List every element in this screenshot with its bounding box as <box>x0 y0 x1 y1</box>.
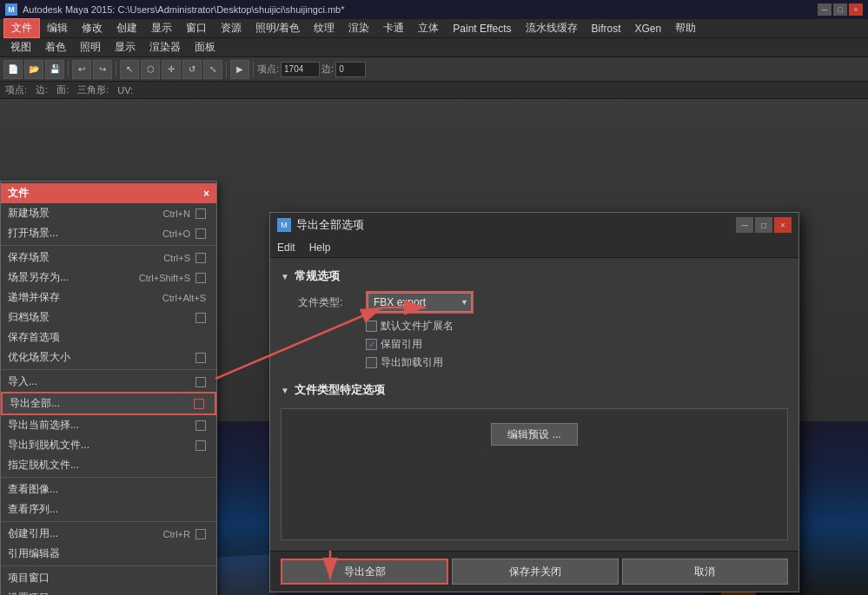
file-assign-offline[interactable]: 指定脱机文件... <box>1 455 216 475</box>
status-face: 面: <box>56 83 69 96</box>
window-title: Autodesk Maya 2015: C:\Users\Administrat… <box>23 4 818 15</box>
file-project-window[interactable]: 项目窗口 <box>1 568 216 588</box>
menu-item-stereo[interactable]: 立体 <box>411 19 446 37</box>
secondary-menu-bar: 视图 着色 照明 显示 渲染器 面板 <box>0 38 868 57</box>
maximize-button[interactable]: □ <box>833 3 847 16</box>
file-optimize-scene[interactable]: 优化场景大小 <box>1 347 216 367</box>
file-dropdown-title: 文件 <box>8 186 29 201</box>
menu2-item-panels[interactable]: 面板 <box>188 38 222 56</box>
toolbar-select[interactable]: ↖ <box>120 60 139 79</box>
close-button[interactable]: × <box>849 3 863 16</box>
toolbar-save[interactable]: 💾 <box>45 60 64 79</box>
dialog-menu-help[interactable]: Help <box>309 241 331 254</box>
file-set-project[interactable]: 设置项目... <box>1 588 216 595</box>
section2-header: ▼ 文件类型特定选项 <box>281 382 788 398</box>
toolbar-open[interactable]: 📂 <box>24 60 43 79</box>
menu2-item-lighting[interactable]: 照明 <box>73 38 108 56</box>
menu-item-xgen[interactable]: XGen <box>628 21 669 36</box>
menu-item-lighting[interactable]: 照明/着色 <box>248 19 307 37</box>
file-open-scene[interactable]: 打开场景... Ctrl+O <box>1 223 216 243</box>
export-all-button[interactable]: 导出全部 <box>281 559 448 585</box>
menu2-item-show[interactable]: 显示 <box>108 38 142 56</box>
dialog-close-button[interactable]: × <box>774 217 792 233</box>
export-sel-checkbox <box>195 420 206 431</box>
menu-item-display[interactable]: 显示 <box>144 19 179 37</box>
menu2-item-shading[interactable]: 着色 <box>38 38 73 56</box>
menu-item-render[interactable]: 渲染 <box>341 19 376 37</box>
file-type-select[interactable]: FBX export mayaAscii mayaBinary OBJ expo… <box>368 293 472 312</box>
menu-item-paint-effects[interactable]: Paint Effects <box>446 21 518 36</box>
file-export-selection[interactable]: 导出当前选择... <box>1 415 216 435</box>
file-view-sequence[interactable]: 查看序列... <box>1 499 216 519</box>
edge-label: 边: <box>321 63 334 76</box>
menu-item-help[interactable]: 帮助 <box>668 19 703 37</box>
dialog-footer: 导出全部 保存并关闭 取消 <box>270 551 798 592</box>
checkbox-default-ext-label: 默认文件扩展名 <box>381 319 454 334</box>
toolbar-rotate[interactable]: ↺ <box>182 60 202 79</box>
cancel-button[interactable]: 取消 <box>622 559 788 585</box>
open-scene-checkbox <box>195 228 206 239</box>
toolbar-scale[interactable]: ⤡ <box>203 60 222 79</box>
edge-count-input[interactable] <box>335 62 366 77</box>
menu-item-pipeline[interactable]: 流水线缓存 <box>519 19 585 37</box>
menu-item-edit[interactable]: 编辑 <box>40 19 75 37</box>
save-and-close-button[interactable]: 保存并关闭 <box>452 559 618 585</box>
dialog-icon: M <box>277 218 291 232</box>
toolbar-new[interactable]: 📄 <box>3 60 23 79</box>
checkbox-preserve-ref-label: 保留引用 <box>381 337 422 352</box>
checkbox-unload-ref-box[interactable] <box>366 357 377 368</box>
toolbar-render[interactable]: ▶ <box>230 60 249 79</box>
file-type-select-wrapper: FBX export mayaAscii mayaBinary OBJ expo… <box>366 291 474 314</box>
file-import[interactable]: 导入... <box>1 372 216 392</box>
app-icon: M <box>5 3 17 16</box>
menu-item-window[interactable]: 窗口 <box>179 19 214 37</box>
file-dropdown-close[interactable]: × <box>203 188 209 200</box>
dialog-maximize-button[interactable]: □ <box>755 217 772 233</box>
file-create-reference[interactable]: 创建引用... Ctrl+R <box>1 524 216 544</box>
file-export-offline[interactable]: 导出到脱机文件... <box>1 435 216 455</box>
menu-item-create[interactable]: 创建 <box>109 19 144 37</box>
minimize-button[interactable]: ─ <box>818 3 832 16</box>
menu-item-texture[interactable]: 纹理 <box>307 19 341 37</box>
menu-item-modify[interactable]: 修改 <box>75 19 109 37</box>
dialog-title: 导出全部选项 <box>296 217 736 233</box>
archive-checkbox <box>195 313 206 323</box>
file-reference-editor[interactable]: 引用编辑器 <box>1 544 216 564</box>
menu-item-cartoon[interactable]: 卡通 <box>376 19 411 37</box>
export-all-checkbox <box>194 399 204 409</box>
toolbar-redo[interactable]: ↪ <box>93 60 112 79</box>
file-increment-save[interactable]: 递增并保存 Ctrl+Alt+S <box>1 288 216 307</box>
checkbox-preserve-ref-box[interactable] <box>366 339 377 350</box>
export-offline-checkbox <box>195 440 206 451</box>
file-dropdown-header: 文件 × <box>1 183 216 203</box>
main-viewport: M 导出全部选项 ─ □ × Edit Help ▼ 常规选项 文件类型: <box>0 99 868 595</box>
file-save-as[interactable]: 场景另存为... Ctrl+Shift+S <box>1 268 216 288</box>
dialog-body: ▼ 常规选项 文件类型: FBX export mayaAscii mayaBi… <box>270 258 798 551</box>
file-save-prefs[interactable]: 保存首选项 <box>1 327 216 347</box>
menu-item-assets[interactable]: 资源 <box>214 19 248 37</box>
file-export-all[interactable]: 导出全部... <box>1 392 216 415</box>
menu-item-bifrost[interactable]: Bifrost <box>585 21 628 36</box>
file-view-image[interactable]: 查看图像... <box>1 479 216 499</box>
edit-preset-button[interactable]: 编辑预设 ... <box>491 423 578 446</box>
section1-header: ▼ 常规选项 <box>281 268 788 284</box>
vertex-count-input[interactable] <box>281 62 320 77</box>
menu2-item-renderer[interactable]: 渲染器 <box>142 38 188 56</box>
toolbar-move[interactable]: ✛ <box>162 60 181 79</box>
menu-item-file[interactable]: 文件 <box>3 18 40 38</box>
toolbar-undo[interactable]: ↩ <box>72 60 91 79</box>
toolbar-lasso[interactable]: ⬡ <box>141 60 160 79</box>
section2-body: 编辑预设 ... <box>281 408 788 540</box>
toolbar: 📄 📂 💾 ↩ ↪ ↖ ⬡ ✛ ↺ ⤡ ▶ 项点: 边: <box>0 57 868 82</box>
checkbox-default-ext-box[interactable] <box>366 321 377 332</box>
dialog-minimize-button[interactable]: ─ <box>736 217 753 233</box>
file-archive-scene[interactable]: 归档场景 <box>1 307 216 327</box>
file-new-scene[interactable]: 新建场景 Ctrl+N <box>1 203 216 223</box>
menu2-item-view[interactable]: 视图 <box>3 38 38 56</box>
dialog-menu-edit[interactable]: Edit <box>277 241 295 254</box>
checkbox-default-ext: 默认文件扩展名 <box>366 319 454 334</box>
checkbox-unload-ref: 导出卸载引用 <box>366 355 443 370</box>
checkbox-row-2: 保留引用 <box>298 337 788 352</box>
status-bar: 项点: 边: 面: 三角形: UV: <box>0 82 868 99</box>
file-save-scene[interactable]: 保存场景 Ctrl+S <box>1 248 216 268</box>
